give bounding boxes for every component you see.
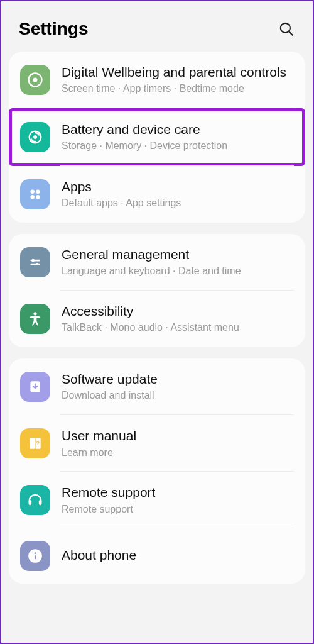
header: Settings <box>1 1 313 52</box>
item-title: Accessibility <box>62 303 294 319</box>
item-text: About phone <box>62 547 294 565</box>
user-manual-icon: ? <box>20 428 50 458</box>
svg-rect-24 <box>35 555 36 560</box>
highlight-box: Battery and device care Storage · Memory… <box>9 108 305 166</box>
item-text: Accessibility TalkBack · Mono audio · As… <box>62 303 294 335</box>
item-text: Digital Wellbeing and parental controls … <box>62 64 294 96</box>
svg-point-13 <box>32 259 35 262</box>
item-text: User manual Learn more <box>62 428 294 459</box>
item-title: Apps <box>62 179 294 195</box>
search-icon <box>278 21 295 37</box>
item-text: Software update Download and install <box>62 371 294 402</box>
item-subtitle: TalkBack · Mono audio · Assistant menu <box>62 321 294 335</box>
item-title: Remote support <box>62 484 294 501</box>
svg-point-9 <box>36 195 40 199</box>
apps-icon <box>20 179 50 209</box>
remote-support-icon <box>20 485 50 515</box>
svg-text:?: ? <box>36 440 40 447</box>
general-management-icon <box>20 247 50 277</box>
item-text: Remote support Remote support <box>62 484 294 516</box>
item-text: General management Language and keyboard… <box>62 247 294 278</box>
search-button[interactable] <box>278 20 295 38</box>
svg-rect-21 <box>39 500 42 505</box>
item-text: Battery and device care Storage · Memory… <box>62 121 294 153</box>
settings-item-digital-wellbeing[interactable]: Digital Wellbeing and parental controls … <box>9 52 305 108</box>
svg-point-3 <box>35 79 36 81</box>
settings-item-about-phone[interactable]: About phone <box>9 528 305 584</box>
settings-item-general-management[interactable]: General management Language and keyboard… <box>9 234 305 291</box>
item-title: About phone <box>62 547 294 564</box>
settings-group: General management Language and keyboard… <box>9 234 305 347</box>
item-text: Apps Default apps · App settings <box>62 179 294 210</box>
software-update-icon <box>20 372 50 402</box>
item-title: Digital Wellbeing and parental controls <box>62 64 294 80</box>
svg-point-7 <box>36 190 40 194</box>
item-subtitle: Download and install <box>62 389 294 402</box>
svg-point-8 <box>30 195 35 199</box>
svg-point-6 <box>30 190 35 194</box>
item-subtitle: Language and keyboard · Date and time <box>62 265 294 278</box>
svg-point-23 <box>35 553 36 555</box>
settings-item-battery-device-care[interactable]: Battery and device care Storage · Memory… <box>9 108 305 166</box>
settings-item-accessibility[interactable]: Accessibility TalkBack · Mono audio · As… <box>9 291 305 347</box>
svg-point-15 <box>33 312 36 315</box>
item-subtitle: Learn more <box>62 447 294 460</box>
settings-item-remote-support[interactable]: Remote support Remote support <box>9 472 305 528</box>
about-phone-icon <box>20 541 50 571</box>
svg-point-5 <box>33 135 37 139</box>
item-title: Software update <box>62 371 294 387</box>
item-title: General management <box>62 247 294 263</box>
item-subtitle: Screen time · App timers · Bedtime mode <box>62 82 294 96</box>
battery-device-care-icon <box>20 122 50 152</box>
item-subtitle: Storage · Memory · Device protection <box>62 140 294 153</box>
item-title: Battery and device care <box>62 121 294 138</box>
page-title: Settings <box>19 19 88 39</box>
item-subtitle: Remote support <box>62 503 294 516</box>
svg-point-10 <box>28 255 42 269</box>
settings-group: Software update Download and install ? U… <box>9 358 305 584</box>
svg-point-14 <box>36 263 38 265</box>
digital-wellbeing-icon <box>20 65 50 95</box>
accessibility-icon <box>20 304 50 334</box>
svg-rect-20 <box>29 500 32 505</box>
svg-line-1 <box>289 31 293 35</box>
svg-rect-17 <box>30 438 35 449</box>
settings-group: Digital Wellbeing and parental controls … <box>9 52 305 223</box>
item-subtitle: Default apps · App settings <box>62 197 294 210</box>
settings-item-software-update[interactable]: Software update Download and install <box>9 358 305 415</box>
settings-item-user-manual[interactable]: ? User manual Learn more <box>9 415 305 472</box>
settings-item-apps[interactable]: Apps Default apps · App settings <box>9 166 305 223</box>
item-title: User manual <box>62 428 294 444</box>
